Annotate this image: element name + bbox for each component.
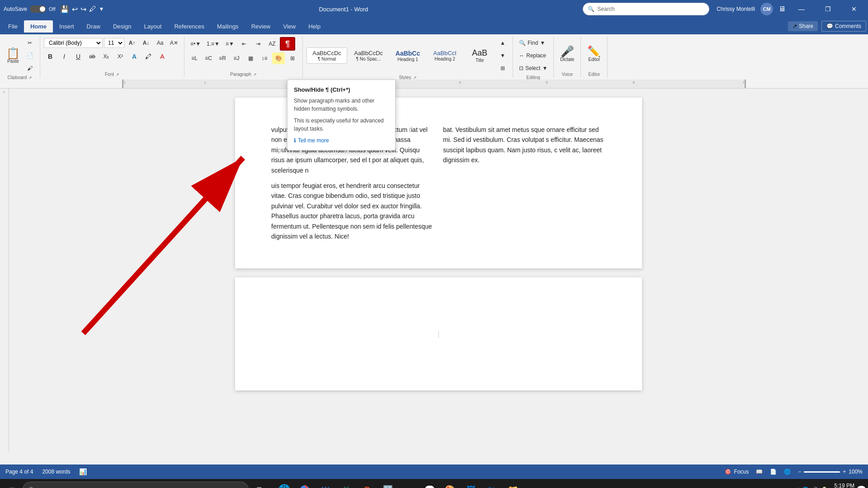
clear-format-button[interactable]: A✕ [168,37,180,49]
column-button[interactable]: ▦ [244,52,257,64]
tab-view[interactable]: View [277,20,302,33]
justify-button[interactable]: ≡J [230,52,243,64]
taskbar-powerpoint[interactable]: P [357,480,377,488]
copy-button[interactable]: 📄 [24,50,36,61]
font-expand-icon[interactable]: ↗ [116,72,119,77]
draw-icon[interactable]: 🖊 [89,5,96,13]
decrease-font-button[interactable]: A↓ [140,37,152,49]
task-view-button[interactable]: ⧉ [250,480,269,488]
focus-button[interactable]: 🎯 Focus [725,469,749,475]
align-right-button[interactable]: ≡R [216,52,229,64]
styles-scroll-down[interactable]: ▼ [496,50,509,61]
redo-icon[interactable]: ↪ [80,5,86,14]
borders-button[interactable]: ⊞ [286,52,299,64]
zoom-slider[interactable] [804,471,840,473]
taskbar-spotify[interactable]: ♫ [399,480,419,488]
tab-mailings[interactable]: Mailings [211,20,245,33]
style-nospacing[interactable]: AaBbCcDc ¶ No Spac... [348,47,389,64]
align-center-button[interactable]: ≡C [202,52,215,64]
decrease-indent-button[interactable]: ⇤ [238,38,250,50]
style-normal[interactable]: AaBbCcDc ¶ Normal [307,47,347,64]
tab-home[interactable]: Home [24,20,53,33]
zoom-in-button[interactable]: + [843,469,846,475]
italic-button[interactable]: I [58,51,71,62]
notification-icon[interactable]: 💬 [856,485,866,488]
highlight-button[interactable]: 🖍 [142,51,155,62]
doc-paragraph-2[interactable]: uis tempor feugiat eros, et hendrerit ar… [271,181,434,241]
share-button[interactable]: ↗ Share [788,21,818,31]
user-avatar[interactable]: CM [760,3,773,15]
tooltip-link[interactable]: ℹ Tell me more [294,137,389,144]
tab-layout[interactable]: Layout [137,20,168,33]
strikethrough-button[interactable]: ab [86,51,99,62]
shading-button[interactable]: 🎨 [272,52,285,64]
increase-indent-button[interactable]: ⇥ [252,38,264,50]
taskbar-store[interactable]: 🛍 [482,480,502,488]
style-heading2[interactable]: AaBbCcI Heading 2 [427,47,463,64]
styles-expand-icon[interactable]: ↗ [413,75,417,80]
line-spacing-button[interactable]: ↕≡ [258,52,271,64]
autosave-toggle[interactable] [30,5,46,13]
taskbar-chrome[interactable] [295,480,315,488]
print-layout-button[interactable]: 📄 [770,469,777,475]
tab-draw[interactable]: Draw [80,20,107,33]
superscript-button[interactable]: X² [114,51,127,62]
editor-button[interactable]: ✏️ Editor [585,39,604,69]
restore-button[interactable]: ❐ [817,0,838,18]
taskbar-excel[interactable]: X [336,480,356,488]
taskbar-word[interactable]: W [316,480,335,488]
increase-font-button[interactable]: A↑ [126,37,138,49]
taskbar-skype[interactable]: 💬 [420,480,439,488]
paste-button[interactable]: 📋 Paste [4,41,23,70]
cut-button[interactable]: ✂ [24,37,36,49]
taskbar-edge[interactable]: 🌐 [274,480,294,488]
font-size-select[interactable]: 11 [104,38,124,48]
text-effects-button[interactable]: A [128,51,141,62]
styles-more[interactable]: ⊞ [496,62,509,74]
undo-icon[interactable]: ↩ [72,5,78,14]
styles-scroll-up[interactable]: ▲ [496,37,509,49]
subscript-button[interactable]: X₂ [100,51,113,62]
format-painter-button[interactable]: 🖌 [24,62,36,74]
tab-insert[interactable]: Insert [53,20,80,33]
web-layout-button[interactable]: 🌐 [784,469,791,475]
comments-button[interactable]: 💬 Comments [821,21,866,32]
font-color-button[interactable]: A [156,51,169,62]
tab-design[interactable]: Design [107,20,137,33]
style-title[interactable]: AaB Title [464,46,495,65]
dictate-button[interactable]: 🎤 Dictate [557,39,577,69]
taskbar-search[interactable]: 🔍 Type here to search [23,482,249,488]
replace-button[interactable]: ↔Replace [517,50,550,61]
word-count-icon[interactable]: 📊 [79,468,87,475]
start-button[interactable]: ⊞ [2,480,22,488]
ribbon-search[interactable]: 🔍 Search [583,3,709,15]
paragraph-expand-icon[interactable]: ↗ [253,72,257,77]
taskbar-photos[interactable]: 🖼 [461,480,481,488]
taskbar-files[interactable]: 📁 [503,480,523,488]
change-case-button[interactable]: Aa [154,37,166,49]
minimize-button[interactable]: — [791,0,812,18]
align-left-button[interactable]: ≡L [188,52,201,64]
taskbar-calculator[interactable]: 🔢 [378,480,398,488]
find-button[interactable]: 🔍Find ▼ [517,37,550,49]
underline-button[interactable]: U [72,51,85,62]
font-family-select[interactable]: Calibri (Body) [44,38,103,48]
close-button[interactable]: ✕ [844,0,864,18]
numbering-button[interactable]: 1.≡▼ [204,38,222,50]
save-icon[interactable]: 💾 [60,5,69,14]
monitor-icon[interactable]: 🖥 [778,5,786,13]
tab-help[interactable]: Help [302,20,327,33]
sort-button[interactable]: AZ [266,38,278,50]
show-hide-para-button[interactable]: ¶ [280,37,295,51]
zoom-out-button[interactable]: − [798,469,801,475]
tab-review[interactable]: Review [245,20,277,33]
tab-references[interactable]: References [168,20,210,33]
bullets-button[interactable]: ≡•▼ [188,38,203,50]
taskbar-clock[interactable]: 5:19 PM 2/4/2021 [833,482,854,488]
doc-paragraph-3[interactable]: bat. Vestibulum sit amet metus sque orna… [443,125,606,165]
bold-button[interactable]: B [44,51,57,62]
taskbar-paint[interactable]: 🎨 [440,480,460,488]
clipboard-expand-icon[interactable]: ↗ [28,75,32,80]
select-button[interactable]: ⊡Select ▼ [517,62,550,74]
multilevel-button[interactable]: ≡▼ [223,38,236,50]
